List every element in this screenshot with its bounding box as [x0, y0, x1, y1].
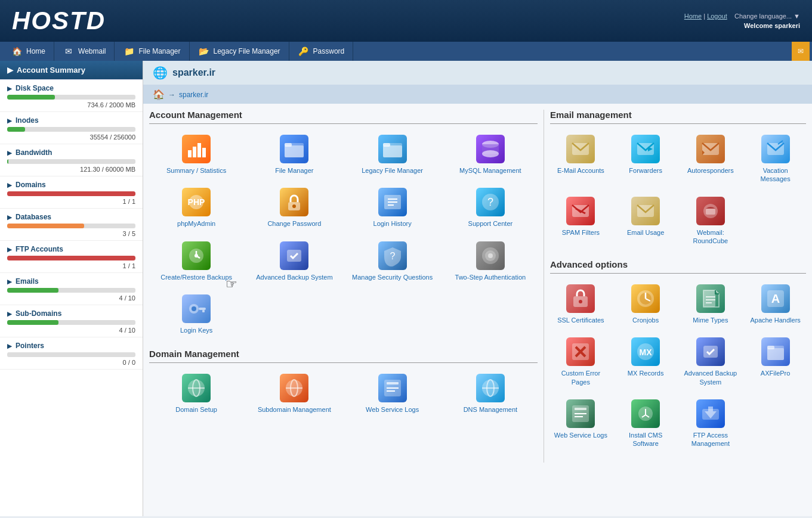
email-usage-icon — [631, 197, 660, 225]
legacy-file-manager-label: Legacy File Manager — [362, 166, 423, 175]
pointers-label: 0 / 0 — [7, 359, 135, 366]
icon-item-webmail-roundcube[interactable]: Webmail: RoundCube — [680, 192, 742, 250]
icon-item-ssl-certificates[interactable]: SSL Certificates — [550, 280, 612, 329]
advanced-options-grid: SSL Certificates Cronjobs Mime Types — [550, 280, 806, 452]
arrow-icon: ▶ — [7, 182, 12, 188]
icon-item-web-service-logs[interactable]: Web Service Logs — [345, 369, 440, 418]
icon-item-summary-statistics[interactable]: Summary / Statistics — [149, 130, 243, 179]
subdomain-management-label: Subdomain Management — [258, 405, 331, 414]
icon-item-web-service-logs2[interactable]: Web Service Logs — [550, 395, 612, 453]
sidebar-item-pointers[interactable]: ▶ Pointers 0 / 0 — [0, 337, 143, 370]
icon-item-manage-security-questions[interactable]: ? Manage Security Questions — [345, 237, 440, 286]
sidebar-item-databases[interactable]: ▶ Databases 3 / 5 — [0, 209, 143, 241]
email-management-grid: E-Mail Accounts Forwarders Autoresponder… — [550, 130, 806, 250]
nav-home[interactable]: 🏠 Home — [2, 42, 54, 61]
sidebar-item-disk-space[interactable]: ▶ Disk Space 734.6 / 2000 MB — [0, 80, 143, 112]
account-management-title: Account Management — [149, 110, 538, 124]
ftp-label: 1 / 1 — [7, 262, 135, 269]
sidebar-item-ftp-accounts[interactable]: ▶ FTP Accounts 1 / 1 — [0, 241, 143, 273]
domain-management-section: Domain Management Domain Setup — [149, 349, 538, 418]
legacy-file-manager-icon — [378, 135, 407, 163]
dropdown-arrow[interactable]: ▼ — [794, 13, 800, 20]
cronjobs-icon — [631, 284, 660, 313]
icon-item-autoresponders[interactable]: Autoresponders — [680, 130, 742, 188]
sidebar-item-bandwidth[interactable]: ▶ Bandwidth 121.30 / 60000 MB — [0, 144, 143, 176]
forwarders-label: Forwarders — [629, 166, 662, 175]
nav-password[interactable]: 🔑 Password — [289, 42, 354, 61]
create-restore-backups-label: Create/Restore Backups — [160, 273, 232, 281]
domain-setup-icon — [182, 374, 211, 402]
sidebar-item-inodes[interactable]: ▶ Inodes 35554 / 256000 — [0, 112, 143, 144]
databases-label: 3 / 5 — [7, 230, 135, 237]
nav-filemanager[interactable]: 📁 File Manager — [115, 42, 189, 61]
logout-link[interactable]: Logout — [707, 13, 727, 20]
axfilepro-label: AXFilePro — [761, 369, 791, 377]
icon-item-mx-records[interactable]: MX MX Records — [615, 333, 677, 391]
svg-rect-55 — [706, 209, 715, 215]
change-language[interactable]: Change language... — [734, 13, 792, 20]
arrow-icon: ▶ — [7, 278, 12, 285]
spam-filters-label: SPAM Filters — [562, 228, 600, 237]
svg-point-12 — [482, 150, 499, 157]
svg-rect-32 — [199, 308, 206, 310]
sidebar-account-summary-section: ▶ Account Summary — [0, 61, 143, 80]
icon-item-install-cms[interactable]: Install CMS Software — [615, 395, 677, 453]
icon-item-advanced-backup-system2[interactable]: Advanced Backup System — [680, 333, 742, 391]
icon-item-mysql-management[interactable]: MySQL Management — [443, 130, 538, 179]
icon-item-cronjobs[interactable]: Cronjobs — [615, 280, 677, 329]
account-management-grid: Summary / Statistics File Manager Legacy… — [149, 130, 538, 339]
svg-rect-5 — [285, 145, 304, 157]
icon-item-custom-error-pages[interactable]: Custom Error Pages — [550, 333, 612, 391]
icon-item-change-password[interactable]: Change Password — [247, 183, 341, 232]
icon-item-ftp-access-management[interactable]: FTP Access Management — [680, 395, 742, 453]
icon-item-subdomain-management[interactable]: Subdomain Management — [247, 369, 341, 418]
icon-item-support-center[interactable]: ? Support Center — [443, 183, 538, 232]
svg-rect-2 — [197, 143, 201, 157]
phpmyadmin-label: phpMyAdmin — [177, 219, 215, 228]
ftp-access-management-icon — [696, 399, 725, 428]
login-history-label: Login History — [373, 219, 412, 228]
icon-item-email-accounts[interactable]: E-Mail Accounts — [550, 130, 612, 188]
icon-item-legacy-file-manager[interactable]: Legacy File Manager — [345, 130, 440, 179]
apache-handlers-icon: A — [761, 284, 790, 313]
svg-text:MX: MX — [640, 348, 653, 357]
home-link[interactable]: Home — [684, 13, 702, 20]
icon-item-axfilepro[interactable]: AXFilePro — [745, 333, 806, 391]
svg-text:?: ? — [390, 251, 395, 261]
mx-records-label: MX Records — [628, 369, 664, 377]
nav-legacy-filemanager[interactable]: 📂 Legacy File Manager — [190, 42, 289, 61]
nav-mail-button[interactable]: ✉ — [792, 42, 810, 61]
mail-icon: ✉ — [798, 47, 804, 55]
breadcrumb-link[interactable]: sparker.ir — [179, 91, 208, 99]
sidebar-item-sub-domains[interactable]: ▶ Sub-Domains 4 / 10 — [0, 305, 143, 337]
icon-item-login-keys[interactable]: Login Keys — [149, 290, 243, 339]
icon-item-domain-setup[interactable]: Domain Setup — [149, 369, 243, 418]
svg-point-29 — [488, 253, 493, 258]
icon-item-phpmyadmin[interactable]: PHP phpMyAdmin — [149, 183, 243, 232]
icon-item-dns-management[interactable]: DNS Management — [443, 369, 538, 418]
icon-item-forwarders[interactable]: Forwarders — [615, 130, 677, 188]
svg-rect-78 — [575, 408, 586, 410]
summary-statistics-label: Summary / Statistics — [166, 166, 226, 175]
nav-webmail[interactable]: ✉ Webmail — [54, 42, 115, 61]
panel-right: Email management E-Mail Accounts Forward… — [544, 110, 806, 463]
icon-item-spam-filters[interactable]: SPAM Filters — [550, 192, 612, 250]
svg-point-31 — [192, 306, 196, 311]
email-accounts-label: E-Mail Accounts — [557, 166, 604, 175]
advanced-backup-system2-icon — [696, 337, 725, 366]
icon-item-two-step-authentication[interactable]: Two-Step Authentication — [443, 237, 538, 286]
icon-item-email-usage[interactable]: Email Usage — [615, 192, 677, 250]
cronjobs-label: Cronjobs — [632, 316, 659, 324]
sidebar-item-emails[interactable]: ▶ Emails 4 / 10 — [0, 273, 143, 305]
sidebar-item-domains[interactable]: ▶ Domains 1 / 1 — [0, 176, 143, 209]
icon-item-apache-handlers[interactable]: A Apache Handlers — [745, 280, 806, 329]
icon-item-vacation-messages[interactable]: Vacation Messages — [745, 130, 806, 188]
file-manager-icon — [280, 135, 308, 163]
icon-item-login-history[interactable]: Login History — [345, 183, 440, 232]
icon-item-create-restore-backups[interactable]: Create/Restore Backups ☞ — [149, 237, 243, 286]
icon-item-file-manager[interactable]: File Manager — [247, 130, 341, 179]
icon-item-mime-types[interactable]: Mime Types — [680, 280, 742, 329]
svg-rect-76 — [767, 346, 774, 349]
panels-container: Account Management Summary / Statistics … — [143, 104, 812, 469]
icon-item-advanced-backup-system[interactable]: Advanced Backup System — [247, 237, 341, 286]
